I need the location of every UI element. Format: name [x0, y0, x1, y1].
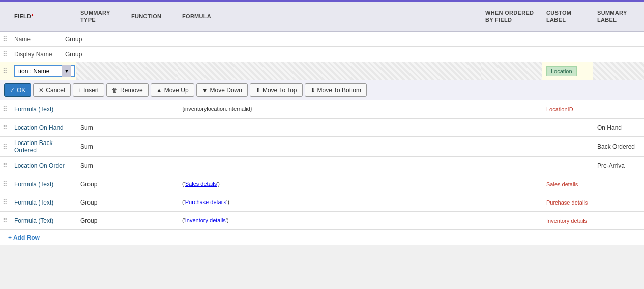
drag-handle[interactable]: ⠿ — [0, 103, 10, 115]
name-row: ⠿ Name Group — [0, 32, 644, 47]
summary-label-cell — [593, 107, 644, 112]
function-cell — [127, 182, 178, 187]
custom-label-cell: Sales details — [542, 179, 593, 190]
field-cell: Location On Order — [10, 160, 76, 172]
function-cell — [127, 107, 178, 112]
formula-cell — [178, 144, 481, 149]
when-ordered-cell — [481, 200, 542, 205]
move-down-button[interactable]: ▼ Move Down — [196, 83, 248, 97]
summary-type-cell — [76, 107, 127, 112]
add-row-button[interactable]: + Add Row — [0, 230, 644, 245]
cancel-button[interactable]: ✕ Cancel — [33, 83, 70, 97]
summary-label-cell: On Hand — [593, 122, 644, 134]
when-ordered-col-header: WHEN ORDERED BY FIELD — [481, 6, 542, 27]
selected-row-custom-label-cell: Location — [542, 65, 593, 77]
move-up-button[interactable]: ▲ Move Up — [151, 83, 194, 97]
drag-handle[interactable]: ⠿ — [0, 178, 10, 190]
summary-type-cell: Group — [76, 178, 127, 190]
selected-row-field-cell: ▼ — [10, 63, 76, 80]
display-name-drag-handle[interactable]: ⠿ — [0, 48, 10, 60]
summary-type-col-header: SUMMARY TYPE — [76, 6, 127, 27]
custom-label-cell: LocationID — [542, 104, 593, 115]
formula-col-header: FORMULA — [178, 10, 481, 23]
field-cell: Formula (Text) — [10, 178, 76, 190]
table-row[interactable]: ⠿ Location Back Ordered Sum Back Ordered — [0, 137, 644, 157]
field-col-header: FIELD* — [10, 10, 76, 23]
display-name-row: ⠿ Display Name Group — [0, 47, 644, 62]
function-cell — [127, 125, 178, 130]
summary-type-cell: Group — [76, 196, 127, 209]
name-label: Name — [10, 33, 61, 45]
summary-type-cell: Sum — [76, 160, 127, 172]
custom-label-cell — [542, 125, 593, 130]
formula-cell — [178, 163, 481, 168]
move-to-bottom-icon: ⬇ — [310, 86, 315, 94]
selected-row-function-cell — [127, 62, 178, 80]
table-row[interactable]: ⠿ Formula (Text) Group ('Sales details')… — [0, 175, 644, 193]
move-down-arrow-icon: ▼ — [202, 86, 208, 94]
custom-label-cell — [542, 163, 593, 168]
ok-button[interactable]: ✓ OK — [4, 83, 31, 97]
drag-handle[interactable]: ⠿ — [0, 141, 10, 153]
table-row[interactable]: ⠿ Formula (Text) Group ('Inventory detai… — [0, 212, 644, 230]
field-dropdown-button[interactable]: ▼ — [62, 65, 71, 77]
formula-cell: ('Sales details') — [178, 178, 481, 190]
table-row[interactable]: ⠿ Location On Hand Sum On Hand — [0, 119, 644, 137]
selected-row-when-ordered-cell — [481, 62, 542, 80]
when-ordered-cell — [481, 218, 542, 223]
table-row[interactable]: ⠿ Location On Order Sum Pre-Arriva — [0, 157, 644, 175]
when-ordered-cell — [481, 163, 542, 168]
field-cell: Formula (Text) — [10, 196, 76, 209]
field-input-wrapper: ▼ — [14, 65, 72, 77]
summary-type-cell: Sum — [76, 140, 127, 153]
insert-button[interactable]: + Insert — [73, 83, 104, 97]
when-ordered-cell — [481, 182, 542, 187]
data-rows-container: ⠿ Formula (Text) {inventorylocation.inte… — [0, 100, 644, 230]
table-row[interactable]: ⠿ Formula (Text) {inventorylocation.inte… — [0, 100, 644, 119]
summary-label-cell: Pre-Arriva — [593, 160, 644, 172]
custom-label-cell: Purchase details — [542, 197, 593, 208]
formula-cell — [178, 125, 481, 130]
remove-trash-icon: 🗑 — [112, 86, 118, 94]
selected-row-drag-handle[interactable]: ⠿ — [0, 65, 10, 77]
remove-button[interactable]: 🗑 Remove — [106, 83, 149, 97]
drag-handle[interactable]: ⠿ — [0, 215, 10, 226]
function-cell — [127, 163, 178, 168]
function-cell — [127, 200, 178, 205]
when-ordered-cell — [481, 107, 542, 112]
table-row[interactable]: ⠿ Formula (Text) Group ('Purchase detail… — [0, 193, 644, 212]
move-up-arrow-icon: ▲ — [156, 86, 162, 94]
summary-type-cell: Group — [76, 215, 127, 227]
custom-label-cell: Inventory details — [542, 215, 593, 226]
drag-handle[interactable]: ⠿ — [0, 122, 10, 133]
formula-cell: ('Purchase details') — [178, 196, 481, 209]
main-table-container: FIELD* SUMMARY TYPE FUNCTION FORMULA WHE… — [0, 2, 644, 245]
location-badge: Location — [546, 66, 577, 76]
summary-label-cell: Back Ordered — [593, 140, 644, 153]
summary-label-cell — [593, 218, 644, 223]
drag-handle[interactable]: ⠿ — [0, 160, 10, 171]
custom-label-col-header: CUSTOM LABEL — [542, 6, 593, 27]
display-name-label: Display Name — [10, 48, 61, 61]
when-ordered-cell — [481, 125, 542, 130]
formula-cell: ('Inventory details') — [178, 214, 481, 227]
selected-row-formula-cell — [178, 62, 481, 80]
move-to-top-button[interactable]: ⬆ Move To Top — [250, 83, 303, 97]
field-cell: Location Back Ordered — [10, 137, 76, 156]
ok-check-icon: ✓ — [10, 86, 15, 94]
summary-label-cell — [593, 182, 644, 187]
cancel-x-icon: ✕ — [39, 86, 44, 94]
move-to-top-icon: ⬆ — [255, 86, 260, 94]
field-cell: Location On Hand — [10, 122, 76, 134]
move-to-bottom-button[interactable]: ⬇ Move To Bottom — [305, 83, 367, 97]
field-cell: Formula (Text) — [10, 215, 76, 227]
name-value: Group — [61, 33, 644, 45]
field-cell: Formula (Text) — [10, 103, 76, 115]
drag-handle[interactable]: ⠿ — [0, 196, 10, 208]
summary-label-col-header: SUMMARY LABEL — [593, 6, 644, 27]
toolbar: ✓ OK ✕ Cancel + Insert 🗑 Remove ▲ Move U… — [0, 80, 644, 100]
summary-type-cell: Sum — [76, 122, 127, 134]
name-drag-handle[interactable]: ⠿ — [0, 33, 10, 45]
table-header: FIELD* SUMMARY TYPE FUNCTION FORMULA WHE… — [0, 2, 644, 32]
formula-cell: {inventorylocation.internalid} — [178, 103, 481, 115]
